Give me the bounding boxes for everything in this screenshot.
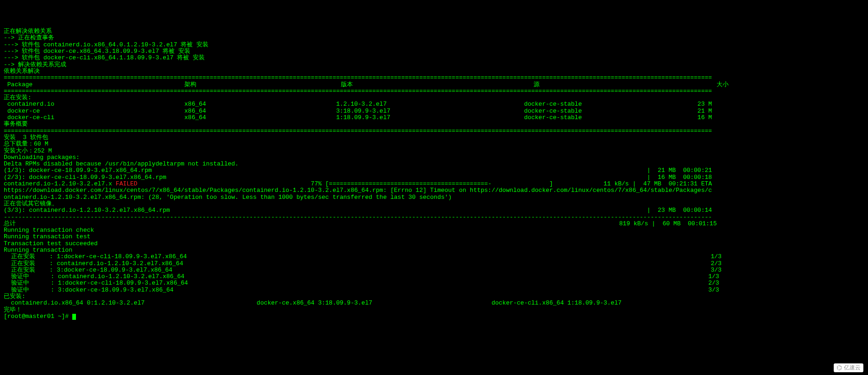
terminal-line: docker-ce-cli x86_64 1:18.09.9-3.el7 doc… (4, 114, 864, 121)
terminal-line: 正在安装 : 1:docker-ce-cli-18.09.9-3.el7.x86… (4, 254, 864, 260)
terminal-line: 正在解决依赖关系 (4, 28, 864, 35)
terminal-line: Transaction test succeeded (4, 241, 864, 247)
terminal-line: ========================================… (4, 128, 864, 134)
terminal-line: 安装大小：252 M (4, 148, 864, 154)
watermark-badge: ⌬ 亿速云 (834, 363, 863, 369)
terminal-line: --> 解决依赖关系完成 (4, 62, 864, 68)
terminal-line: Running transaction test (4, 234, 864, 240)
terminal-line: 总下载量：60 M (4, 141, 864, 147)
terminal-line: (1/3): docker-ce-18.09.9-3.el7.x86_64.rp… (4, 167, 864, 174)
terminal-line: containerd.io x86_64 1.2.10-3.2.el7 dock… (4, 101, 864, 108)
terminal-line: Running transaction check (4, 227, 864, 234)
failed-label: FAILED (116, 180, 138, 187)
terminal-line: ---> 软件包 docker-ce-cli.x86_64.1.18.09.9-… (4, 55, 864, 61)
watermark-text: 亿速云 (844, 365, 861, 369)
terminal-line: 已安装: (4, 293, 864, 300)
terminal-line: 正在安装 : containerd.io-1.2.10-3.2.el7.x86_… (4, 261, 864, 267)
terminal-line: Package 架构 版本 源 大小 (4, 82, 864, 88)
terminal-line: 验证中 : containerd.io-1.2.10-3.2.el7.x86_6… (4, 273, 864, 280)
terminal-line: ---> 软件包 containerd.io.x86_64.0.1.2.10-3… (4, 42, 864, 48)
terminal-line: [root@master01 ~]# (4, 313, 864, 320)
terminal-line: (2/3): docker-ce-cli-18.09.9-3.el7.x86_6… (4, 174, 864, 181)
terminal-line: ========================================… (4, 75, 864, 81)
terminal-line: 验证中 : 1:docker-ce-cli-18.09.9-3.el7.x86_… (4, 280, 864, 286)
terminal-line: 正在安装 : 3:docker-ce-18.09.9-3.el7.x86_64 … (4, 267, 864, 273)
terminal-line: ========================================… (4, 88, 864, 95)
shell-prompt: [root@master01 ~]# (4, 313, 72, 320)
terminal-line: 完毕！ (4, 307, 864, 313)
terminal-line: 正在安装: (4, 95, 864, 101)
cursor[interactable] (72, 314, 76, 320)
terminal-line: (3/3): containerd.io-1.2.10-3.2.el7.x86_… (4, 207, 864, 214)
terminal-line: docker-ce x86_64 3:18.09.9-3.el7 docker-… (4, 108, 864, 114)
terminal-line: 依赖关系解决 (4, 68, 864, 75)
terminal-line: Delta RPMs disabled because /usr/bin/app… (4, 161, 864, 167)
terminal-line: 验证中 : 3:docker-ce-18.09.9-3.el7.x86_64 3… (4, 287, 864, 293)
terminal-line: 总计 819 kB/s | 60 MB 00:01:15 (4, 221, 864, 227)
terminal-line: https://download.docker.com/linux/centos… (4, 187, 864, 194)
terminal-line: containerd.io.x86_64 0:1.2.10-3.2.el7 do… (4, 300, 864, 306)
terminal-output: 正在解决依赖关系--> 正在检查事务---> 软件包 containerd.io… (4, 28, 864, 320)
terminal-line: containerd.io-1.2.10-3.2.el7.x FAILED 77… (4, 181, 864, 187)
terminal-line: Downloading packages: (4, 154, 864, 161)
terminal-line: ----------------------------------------… (4, 214, 864, 221)
terminal-line: ontainerd.io-1.2.10-3.2.el7.x86_64.rpm: … (4, 194, 864, 201)
watermark-icon: ⌬ (837, 364, 842, 369)
terminal-line: 事务概要 (4, 121, 864, 127)
terminal-line: --> 正在检查事务 (4, 35, 864, 41)
terminal-line: 正在尝试其它镜像。 (4, 201, 864, 207)
terminal-line: 安装 3 软件包 (4, 134, 864, 141)
